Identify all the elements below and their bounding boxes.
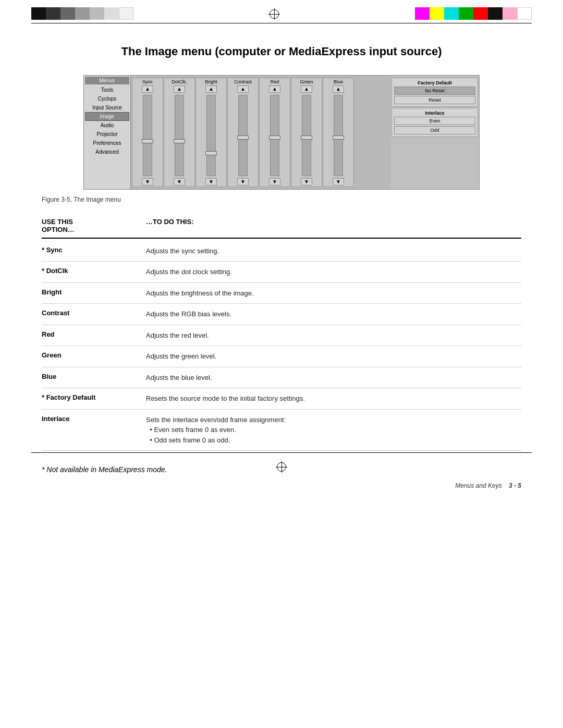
footer-page: 3 - 5 bbox=[509, 482, 521, 489]
slider-sync-down[interactable]: ▼ bbox=[142, 178, 153, 186]
cb-yellow bbox=[430, 7, 444, 20]
figure-caption: Figure 3-5, The Image menu bbox=[42, 196, 521, 203]
cb-pink bbox=[503, 7, 517, 20]
table-row-green: Green Adjusts the green level. bbox=[42, 346, 521, 367]
sidebar-item-preferences[interactable]: Preferences bbox=[85, 139, 129, 147]
table-row-interlace: Interlace Sets the interlace even/odd fr… bbox=[42, 410, 521, 451]
factory-noreset-btn[interactable]: No Reset bbox=[394, 87, 475, 95]
slider-sync-label: Sync bbox=[142, 79, 153, 84]
slider-contrast-label: Contrast bbox=[234, 79, 252, 84]
gs-block-4 bbox=[75, 7, 90, 20]
slider-dotclk-track[interactable] bbox=[175, 95, 184, 176]
options-table: USE THISOPTION… …TO DO THIS: * Sync Adju… bbox=[42, 214, 521, 451]
slider-sync-up[interactable]: ▲ bbox=[142, 85, 153, 93]
gs-block-2 bbox=[46, 7, 60, 20]
option-contrast: Contrast bbox=[42, 309, 146, 317]
interlace-header: Interlace bbox=[394, 110, 475, 116]
slider-green-track[interactable] bbox=[302, 95, 311, 176]
desc-factory: Resets the source mode to the initial fa… bbox=[146, 393, 521, 404]
slider-blue-up[interactable]: ▲ bbox=[333, 85, 344, 93]
slider-red-down[interactable]: ▼ bbox=[269, 178, 280, 186]
option-blue: Blue bbox=[42, 373, 146, 380]
slider-dotclk-label: DotClk. bbox=[172, 79, 187, 84]
slider-green-up[interactable]: ▲ bbox=[301, 85, 312, 93]
slider-red: Red ▲ ▼ bbox=[259, 78, 290, 187]
cb-green bbox=[459, 7, 473, 20]
table-row-dotclk: * DotClk Adjusts the dot clock setting. bbox=[42, 262, 521, 283]
sidebar-item-projector[interactable]: Projector bbox=[85, 130, 129, 139]
slider-green-thumb[interactable] bbox=[301, 135, 312, 140]
option-dotclk: * DotClk bbox=[42, 267, 146, 275]
slider-dotclk-thumb[interactable] bbox=[174, 139, 185, 143]
slider-bright-down[interactable]: ▼ bbox=[205, 178, 217, 186]
option-sync: * Sync bbox=[42, 246, 146, 254]
slider-green-label: Green bbox=[300, 79, 313, 84]
sliders-area: Sync ▲ ▼ DotClk. ▲ ▼ bbox=[131, 76, 390, 189]
slider-green: Green ▲ ▼ bbox=[291, 78, 322, 187]
footer: Menus and Keys 3 - 5 bbox=[455, 482, 521, 489]
sidebar-item-audio[interactable]: Audio bbox=[85, 121, 129, 130]
sidebar-item-advanced[interactable]: Advanced bbox=[85, 147, 129, 156]
sidebar-item-inputsource[interactable]: Input Source bbox=[85, 103, 129, 112]
slider-sync: Sync ▲ ▼ bbox=[132, 78, 163, 187]
slider-green-down[interactable]: ▼ bbox=[301, 178, 312, 186]
col2-header: …TO DO THIS: bbox=[146, 218, 521, 233]
slider-bright-thumb[interactable] bbox=[205, 151, 217, 155]
factory-reset-btn[interactable]: Reset bbox=[394, 96, 475, 104]
option-interlace: Interlace bbox=[42, 415, 146, 423]
factory-box: Factory Default No Reset Reset bbox=[391, 78, 478, 107]
gs-block-5 bbox=[90, 7, 104, 20]
slider-blue: Blue ▲ ▼ bbox=[323, 78, 354, 187]
slider-sync-thumb[interactable] bbox=[142, 139, 153, 143]
cb-magenta bbox=[415, 7, 430, 20]
factory-header: Factory Default bbox=[394, 80, 475, 85]
slider-blue-thumb[interactable] bbox=[333, 135, 344, 140]
gs-block-7 bbox=[119, 7, 133, 20]
option-red: Red bbox=[42, 330, 146, 338]
option-factory: * Factory Default bbox=[42, 393, 146, 401]
desc-bright: Adjusts the brightness of the image. bbox=[146, 288, 521, 299]
slider-contrast-thumb[interactable] bbox=[237, 135, 249, 140]
slider-blue-label: Blue bbox=[334, 79, 343, 84]
sidebar-menu: Menus Tools Cyclops Input Source Image A… bbox=[84, 76, 131, 189]
sidebar-item-tools[interactable]: Tools bbox=[85, 85, 129, 94]
desc-interlace: Sets the interlace even/odd frame assign… bbox=[146, 415, 521, 446]
table-row-sync: * Sync Adjusts the sync setting. bbox=[42, 241, 521, 262]
desc-blue: Adjusts the blue level. bbox=[146, 373, 521, 383]
sidebar-item-cyclops[interactable]: Cyclops bbox=[85, 94, 129, 103]
interlace-odd-btn[interactable]: Odd bbox=[394, 126, 475, 134]
footer-text: Menus and Keys bbox=[455, 482, 501, 489]
slider-dotclk-up[interactable]: ▲ bbox=[174, 85, 185, 93]
bottom-registration-mark bbox=[276, 461, 287, 473]
option-green: Green bbox=[42, 351, 146, 359]
slider-dotclk-down[interactable]: ▼ bbox=[174, 178, 185, 186]
slider-red-thumb[interactable] bbox=[269, 135, 280, 140]
slider-bright: Bright ▲ ▼ bbox=[195, 78, 227, 187]
cb-cyan bbox=[444, 7, 459, 20]
slider-contrast-track[interactable] bbox=[238, 95, 248, 176]
slider-blue-down[interactable]: ▼ bbox=[333, 178, 344, 186]
slider-bright-track[interactable] bbox=[206, 95, 216, 176]
ui-screenshot: Menus Tools Cyclops Input Source Image A… bbox=[83, 75, 480, 190]
interlace-even-btn[interactable]: Even bbox=[394, 117, 475, 125]
right-panel: Factory Default No Reset Reset Interlace… bbox=[390, 76, 479, 189]
table-row-factory: * Factory Default Resets the source mode… bbox=[42, 388, 521, 410]
slider-red-track[interactable] bbox=[270, 95, 279, 176]
desc-contrast: Adjusts the RGB bias levels. bbox=[146, 309, 521, 319]
desc-sync: Adjusts the sync setting. bbox=[146, 246, 521, 256]
slider-contrast-down[interactable]: ▼ bbox=[237, 178, 249, 186]
gs-block-1 bbox=[31, 7, 46, 20]
table-row-red: Red Adjusts the red level. bbox=[42, 325, 521, 347]
slider-dotclk: DotClk. ▲ ▼ bbox=[164, 78, 195, 187]
sidebar-header: Menus bbox=[85, 77, 129, 84]
interlace-box: Interlace Even Odd bbox=[391, 108, 478, 137]
col1-header: USE THISOPTION… bbox=[42, 218, 146, 233]
slider-bright-up[interactable]: ▲ bbox=[205, 85, 217, 93]
sidebar-item-image[interactable]: Image bbox=[85, 112, 129, 121]
slider-sync-track[interactable] bbox=[143, 95, 152, 176]
slider-contrast: Contrast ▲ ▼ bbox=[227, 78, 259, 187]
slider-contrast-up[interactable]: ▲ bbox=[237, 85, 249, 93]
slider-red-up[interactable]: ▲ bbox=[269, 85, 280, 93]
slider-blue-track[interactable] bbox=[334, 95, 343, 176]
gs-block-3 bbox=[60, 7, 75, 20]
